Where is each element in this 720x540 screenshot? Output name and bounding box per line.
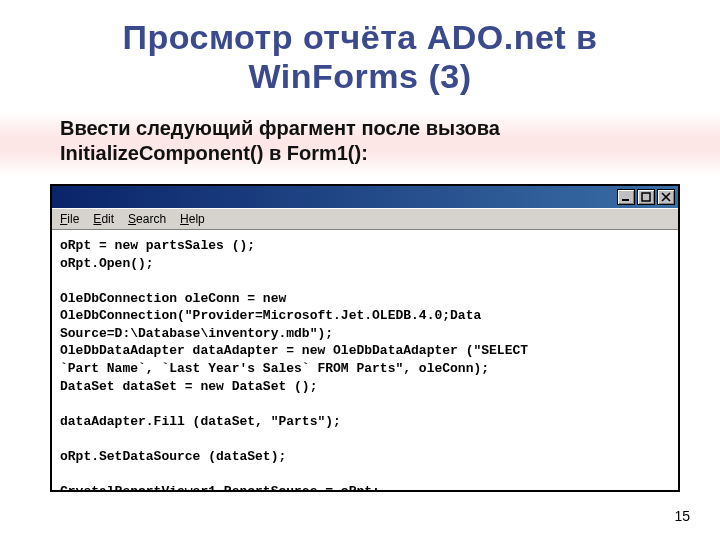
- menu-file-rest: ile: [67, 212, 79, 226]
- window-titlebar: [52, 186, 678, 208]
- svg-rect-0: [622, 199, 629, 201]
- close-icon: [661, 192, 671, 202]
- menu-edit-rest: dit: [101, 212, 114, 226]
- menu-search-rest: earch: [136, 212, 166, 226]
- maximize-button[interactable]: [637, 189, 655, 205]
- subtitle-container: Ввести следующий фрагмент после вызова I…: [0, 112, 720, 176]
- slide-title: Просмотр отчёта ADO.net в WinForms (3): [0, 0, 720, 106]
- code-window: File Edit Search Help oRpt = new partsSa…: [50, 184, 680, 492]
- minimize-button[interactable]: [617, 189, 635, 205]
- slide-subtitle: Ввести следующий фрагмент после вызова I…: [60, 116, 680, 166]
- close-button[interactable]: [657, 189, 675, 205]
- svg-rect-1: [642, 193, 650, 201]
- maximize-icon: [641, 192, 651, 202]
- menu-help-rest: elp: [189, 212, 205, 226]
- menu-help[interactable]: Help: [180, 212, 205, 226]
- menu-bar: File Edit Search Help: [52, 208, 678, 230]
- page-number: 15: [674, 508, 690, 524]
- code-textarea[interactable]: oRpt = new partsSales (); oRpt.Open(); O…: [52, 230, 678, 490]
- minimize-icon: [621, 192, 631, 202]
- menu-search[interactable]: Search: [128, 212, 166, 226]
- menu-edit[interactable]: Edit: [93, 212, 114, 226]
- menu-file[interactable]: File: [60, 212, 79, 226]
